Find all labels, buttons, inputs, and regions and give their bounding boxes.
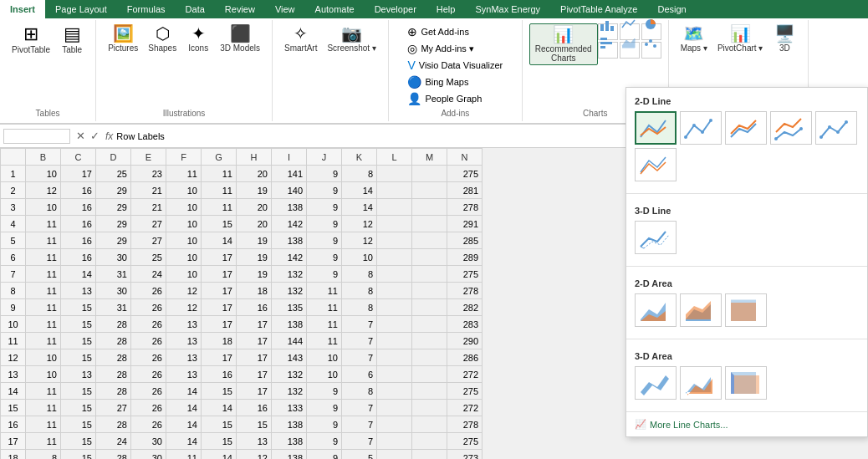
table-cell[interactable]: 13 bbox=[166, 316, 202, 333]
table-cell[interactable]: 138 bbox=[272, 316, 307, 333]
table-cell[interactable]: 15 bbox=[61, 383, 96, 400]
table-cell[interactable]: 15 bbox=[61, 333, 96, 349]
table-cell[interactable]: 28 bbox=[96, 349, 131, 366]
3d-map-button[interactable]: 🖥️ 3D bbox=[768, 23, 801, 54]
table-cell[interactable]: 10 bbox=[26, 199, 61, 216]
table-cell[interactable]: 15 bbox=[61, 316, 96, 333]
table-cell[interactable]: 12 bbox=[342, 232, 377, 249]
table-cell[interactable]: 10 bbox=[26, 349, 61, 366]
table-cell[interactable]: 11 bbox=[26, 232, 61, 249]
table-cell[interactable]: 16 bbox=[61, 199, 96, 216]
table-cell[interactable]: 278 bbox=[447, 416, 483, 433]
table-cell[interactable]: 27 bbox=[96, 400, 131, 416]
table-cell[interactable]: 16 bbox=[61, 249, 96, 266]
table-cell[interactable]: 26 bbox=[131, 366, 166, 383]
table-cell[interactable]: 12 bbox=[166, 283, 202, 299]
table-cell[interactable] bbox=[377, 349, 412, 366]
tab-design[interactable]: Design bbox=[647, 0, 696, 18]
table-cell[interactable]: 135 bbox=[272, 299, 307, 316]
table-cell[interactable]: 273 bbox=[447, 450, 483, 460]
table-cell[interactable] bbox=[412, 266, 447, 283]
table-cell[interactable]: 29 bbox=[96, 199, 131, 216]
tab-automate[interactable]: Automate bbox=[305, 0, 365, 18]
table-row[interactable]: 1111152826131817144117290 bbox=[1, 333, 483, 349]
table-cell[interactable]: 30 bbox=[131, 433, 166, 450]
table-cell[interactable]: 21 bbox=[131, 199, 166, 216]
table-cell[interactable]: 21 bbox=[131, 182, 166, 199]
table-cell[interactable]: 16 bbox=[237, 299, 272, 316]
table-cell[interactable]: 8 bbox=[342, 299, 377, 316]
table-cell[interactable]: 6 bbox=[342, 366, 377, 383]
table-cell[interactable]: 11 bbox=[166, 166, 202, 182]
table-cell[interactable]: 30 bbox=[131, 450, 166, 460]
table-cell[interactable] bbox=[377, 249, 412, 266]
table-cell[interactable]: 278 bbox=[447, 199, 483, 216]
table-cell[interactable]: 8 bbox=[342, 266, 377, 283]
cell-reference-box[interactable] bbox=[3, 129, 70, 144]
table-cell[interactable]: 28 bbox=[96, 316, 131, 333]
table-cell[interactable] bbox=[377, 199, 412, 216]
table-cell[interactable]: 29 bbox=[96, 216, 131, 232]
table-cell[interactable] bbox=[412, 383, 447, 400]
table-cell[interactable] bbox=[412, 299, 447, 316]
area-thumb-3[interactable] bbox=[725, 293, 767, 327]
table-cell[interactable] bbox=[377, 232, 412, 249]
table-cell[interactable]: 278 bbox=[447, 283, 483, 299]
table-cell[interactable]: 133 bbox=[272, 400, 307, 416]
table-cell[interactable]: 138 bbox=[272, 232, 307, 249]
bar-chart-button[interactable] bbox=[598, 42, 618, 59]
table-cell[interactable]: 143 bbox=[272, 349, 307, 366]
table-cell[interactable]: 11 bbox=[307, 316, 342, 333]
table-cell[interactable] bbox=[412, 349, 447, 366]
table-cell[interactable]: 26 bbox=[131, 349, 166, 366]
table-row[interactable]: 11017252311112014198275 bbox=[1, 166, 483, 182]
table-cell[interactable] bbox=[377, 316, 412, 333]
table-cell[interactable]: 275 bbox=[447, 266, 483, 283]
table-cell[interactable]: 11 bbox=[307, 299, 342, 316]
table-cell[interactable]: 10 bbox=[166, 216, 202, 232]
table-cell[interactable]: 282 bbox=[447, 299, 483, 316]
table-cell[interactable]: 289 bbox=[447, 249, 483, 266]
table-cell[interactable]: 14 bbox=[342, 182, 377, 199]
scatter-chart-button[interactable] bbox=[641, 42, 661, 59]
table-cell[interactable]: 10 bbox=[26, 166, 61, 182]
table-cell[interactable]: 17 bbox=[237, 349, 272, 366]
table-cell[interactable]: 14 bbox=[202, 450, 237, 460]
table-cell[interactable]: 17 bbox=[202, 316, 237, 333]
table-cell[interactable]: 8 bbox=[342, 166, 377, 182]
table-cell[interactable]: 11 bbox=[202, 166, 237, 182]
table-cell[interactable]: 26 bbox=[131, 316, 166, 333]
table-cell[interactable] bbox=[377, 333, 412, 349]
table-cell[interactable]: 17 bbox=[202, 283, 237, 299]
table-cell[interactable]: 14 bbox=[166, 400, 202, 416]
table-cell[interactable]: 18 bbox=[237, 283, 272, 299]
col-header-k[interactable]: K bbox=[342, 149, 377, 166]
table-cell[interactable]: 10 bbox=[342, 249, 377, 266]
table-cell[interactable]: 15 bbox=[61, 299, 96, 316]
table-cell[interactable]: 8 bbox=[26, 450, 61, 460]
table-cell[interactable]: 272 bbox=[447, 400, 483, 416]
table-cell[interactable]: 141 bbox=[272, 166, 307, 182]
area-3d-thumb-3[interactable] bbox=[725, 366, 767, 400]
table-cell[interactable] bbox=[412, 182, 447, 199]
table-cell[interactable]: 27 bbox=[131, 216, 166, 232]
table-cell[interactable]: 15 bbox=[202, 416, 237, 433]
col-header-e[interactable]: E bbox=[131, 149, 166, 166]
table-cell[interactable] bbox=[412, 450, 447, 460]
table-row[interactable]: 71114312410171913298275 bbox=[1, 266, 483, 283]
table-cell[interactable]: 15 bbox=[61, 433, 96, 450]
col-header-f[interactable]: F bbox=[166, 149, 202, 166]
table-row[interactable]: 161115282614151513897278 bbox=[1, 416, 483, 433]
table-cell[interactable]: 132 bbox=[272, 266, 307, 283]
table-cell[interactable]: 13 bbox=[166, 349, 202, 366]
table-cell[interactable]: 272 bbox=[447, 366, 483, 383]
table-cell[interactable]: 17 bbox=[61, 166, 96, 182]
table-cell[interactable]: 9 bbox=[307, 249, 342, 266]
table-cell[interactable] bbox=[412, 416, 447, 433]
table-cell[interactable] bbox=[377, 433, 412, 450]
table-cell[interactable]: 7 bbox=[342, 416, 377, 433]
smartart-button[interactable]: ✧ SmartArt bbox=[279, 23, 322, 54]
table-cell[interactable] bbox=[412, 316, 447, 333]
tab-page-layout[interactable]: Page Layout bbox=[45, 0, 117, 18]
table-cell[interactable]: 9 bbox=[307, 216, 342, 232]
